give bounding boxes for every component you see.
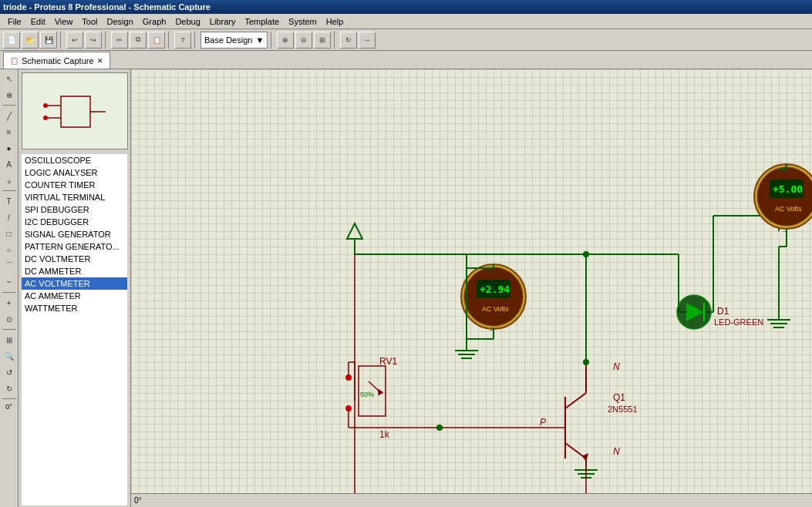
svg-text:1k: 1k — [379, 429, 390, 440]
tb-undo[interactable]: ↩ — [66, 32, 83, 49]
preview-box — [22, 72, 128, 149]
menu-help[interactable]: Help — [322, 15, 349, 28]
comp-wattmeter[interactable]: WATTMETER — [22, 302, 127, 314]
comp-virtual-terminal[interactable]: VIRTUAL TERMINAL — [22, 191, 127, 203]
tb-zoom-out[interactable]: ⊖ — [295, 32, 312, 49]
lt-marker[interactable]: + — [2, 295, 17, 311]
tab-label: Schematic Capture — [22, 56, 94, 65]
comp-signal-generator[interactable]: SIGNAL GENERATOR — [22, 228, 127, 240]
comp-dc-voltmeter[interactable]: DC VOLTMETER — [22, 253, 127, 265]
svg-point-51 — [436, 425, 443, 431]
lt-sep2 — [2, 190, 16, 191]
lt-origin[interactable]: ⊙ — [2, 311, 17, 327]
comp-oscilloscope[interactable]: OSCILLOSCOPE — [22, 154, 127, 166]
svg-text:RV1: RV1 — [379, 356, 397, 367]
comp-spi-debugger[interactable]: SPI DEBUGGER — [22, 203, 127, 216]
tb-design-dropdown[interactable]: Base Design ▼ — [200, 32, 268, 49]
tab-close-button[interactable]: ✕ — [97, 57, 103, 65]
lt-rotate-cw[interactable]: ↻ — [2, 381, 17, 396]
lt-power[interactable]: ⏚ — [2, 173, 17, 188]
lt-pointer[interactable]: ↖ — [2, 71, 17, 86]
lt-sep5 — [2, 398, 16, 399]
menu-graph[interactable]: Graph — [138, 15, 171, 28]
comp-counter-timer[interactable]: COUNTER TIMER — [22, 179, 127, 191]
menu-template[interactable]: Template — [240, 15, 284, 28]
tb-sep6 — [334, 32, 337, 49]
comp-i2c-debugger[interactable]: I2C DEBUGGER — [22, 216, 127, 228]
lt-sep4 — [2, 329, 16, 330]
tb-help[interactable]: ? — [174, 32, 191, 49]
menu-debug[interactable]: Debug — [170, 15, 204, 28]
menu-system[interactable]: System — [284, 15, 322, 28]
svg-point-65 — [583, 251, 589, 257]
tb-save[interactable]: 💾 — [40, 32, 57, 49]
lt-component[interactable]: ⊕ — [2, 87, 17, 102]
lt-arc[interactable]: ⌒ — [2, 258, 17, 274]
schematic-svg: RV1 1k 50% P — [131, 69, 812, 507]
toolbar: 📄 📂 💾 ↩ ↪ ✂ ⧉ 📋 ? Base Design ▼ ⊕ ⊖ ⊞ ↻ … — [0, 29, 812, 51]
comp-logic-analyser[interactable]: LOGIC ANALYSER — [22, 166, 127, 179]
lt-box[interactable]: □ — [2, 226, 17, 241]
tb-copy[interactable]: ⧉ — [130, 32, 147, 49]
svg-marker-6 — [347, 223, 362, 239]
svg-point-5 — [43, 116, 48, 120]
lt-zoom-area[interactable]: 🔍 — [2, 348, 17, 364]
menu-library[interactable]: Library — [205, 15, 241, 28]
comp-dc-ammeter[interactable]: DC AMMETER — [22, 265, 127, 277]
tb-zoom-fit[interactable]: ⊞ — [314, 32, 331, 49]
svg-text:2N5551: 2N5551 — [608, 405, 638, 414]
canvas-area[interactable]: RV1 1k 50% P — [131, 69, 812, 507]
menu-edit[interactable]: Edit — [26, 15, 50, 28]
design-dropdown-value: Base Design — [204, 35, 252, 45]
menu-bar: File Edit View Tool Design Graph Debug L… — [0, 14, 812, 29]
menu-tool[interactable]: Tool — [77, 15, 102, 28]
lt-junction[interactable]: ● — [2, 140, 17, 156]
tb-open[interactable]: 📂 — [22, 32, 39, 49]
svg-point-4 — [43, 103, 48, 108]
tb-redo[interactable]: ↪ — [85, 32, 102, 49]
tb-zoom-in[interactable]: ⊕ — [277, 32, 294, 49]
tb-paste[interactable]: 📋 — [148, 32, 165, 49]
comp-ac-voltmeter[interactable]: AC VOLTMETER — [22, 277, 127, 290]
lt-sep3 — [2, 292, 16, 293]
menu-design[interactable]: Design — [103, 15, 138, 28]
menu-view[interactable]: View — [50, 15, 78, 28]
svg-text:Q1: Q1 — [613, 392, 625, 403]
tb-sep2 — [105, 32, 108, 49]
lt-line[interactable]: / — [2, 210, 17, 225]
svg-text:+2.94: +2.94 — [480, 284, 510, 295]
svg-text:LED-GREEN: LED-GREEN — [714, 317, 763, 327]
component-list: OSCILLOSCOPE LOGIC ANALYSER COUNTER TIME… — [22, 154, 127, 505]
lt-zoom-full[interactable]: ⊞ — [2, 332, 17, 348]
tb-sep4 — [194, 32, 197, 49]
menu-file[interactable]: File — [3, 15, 26, 28]
lt-path[interactable]: ~ — [2, 274, 17, 290]
tab-schematic-capture[interactable]: 📋 Schematic Capture ✕ — [3, 52, 110, 69]
lt-text[interactable]: T — [2, 193, 17, 209]
tb-cut[interactable]: ✂ — [111, 32, 128, 49]
tb-mirror[interactable]: ↔ — [359, 32, 376, 49]
svg-text:−: − — [490, 326, 494, 334]
comp-ac-ammeter[interactable]: AC AMMETER — [22, 290, 127, 302]
title-text: triode - Proteus 8 Professional - Schema… — [3, 2, 211, 12]
tb-rotate[interactable]: ↻ — [340, 32, 357, 49]
angle-label: 0° — [5, 401, 12, 412]
lt-circle[interactable]: ○ — [2, 242, 17, 257]
left-toolbar: ↖ ⊕ ╱ ≡ ● A ⏚ T / □ ○ ⌒ ~ + ⊙ ⊞ 🔍 ↺ ↻ 0° — [0, 69, 19, 507]
lt-bus[interactable]: ≡ — [2, 124, 17, 139]
angle-status: 0° — [134, 496, 142, 505]
lt-sep1 — [2, 105, 16, 106]
svg-text:AC Volts: AC Volts — [482, 305, 509, 313]
lt-label[interactable]: A — [2, 156, 17, 172]
main-area: ↖ ⊕ ╱ ≡ ● A ⏚ T / □ ○ ⌒ ~ + ⊙ ⊞ 🔍 ↺ ↻ 0° — [0, 69, 812, 507]
tb-new[interactable]: 📄 — [3, 32, 20, 49]
svg-text:N: N — [613, 361, 620, 372]
lt-wire[interactable]: ╱ — [2, 108, 17, 123]
title-bar: triode - Proteus 8 Professional - Schema… — [0, 0, 812, 14]
svg-text:50%: 50% — [360, 391, 374, 398]
svg-point-64 — [583, 359, 589, 365]
svg-text:+5.00: +5.00 — [773, 183, 803, 195]
comp-pattern-generator[interactable]: PATTERN GENERATO... — [22, 240, 127, 253]
lt-rotate-ccw[interactable]: ↺ — [2, 364, 17, 380]
chevron-down-icon: ▼ — [255, 35, 264, 45]
